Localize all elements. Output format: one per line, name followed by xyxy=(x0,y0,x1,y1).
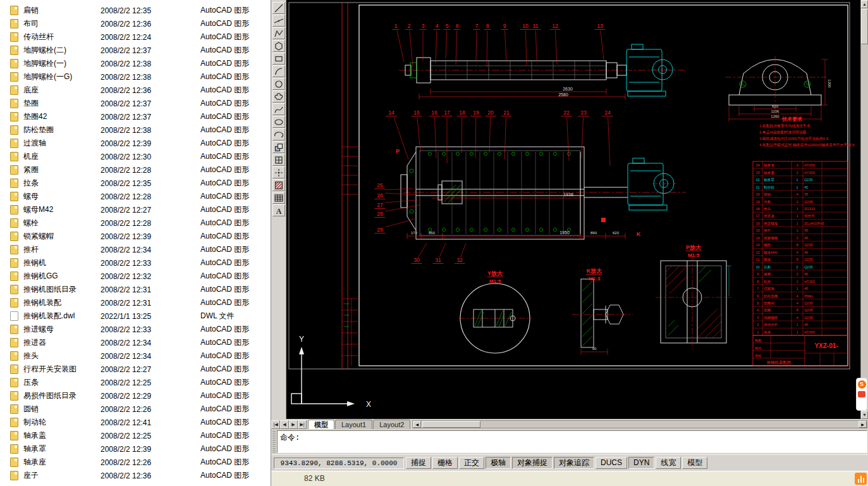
status-toggle-对象捕捉[interactable]: 对象捕捉 xyxy=(512,457,553,469)
tool-point-button[interactable] xyxy=(272,166,285,178)
file-row[interactable]: 垫圈422008/2/2 12:37AutoCAD 图形 xyxy=(0,110,271,123)
file-row[interactable]: 推头2008/2/2 12:34AutoCAD 图形 xyxy=(0,349,271,363)
tool-pline-button[interactable] xyxy=(272,27,285,39)
file-name: 推进器 xyxy=(23,337,101,348)
status-toggle-线宽[interactable]: 线宽 xyxy=(656,457,681,469)
horizontal-scroll-thumb[interactable] xyxy=(422,421,480,428)
tool-polygon-button[interactable] xyxy=(272,40,285,52)
tool-insblock-button[interactable] xyxy=(272,141,285,153)
tool-revcloud-button[interactable] xyxy=(272,90,285,103)
tab-layout1[interactable]: Layout1 xyxy=(335,420,372,429)
vertical-scroll-thumb[interactable] xyxy=(861,9,868,44)
file-row[interactable]: 推进螺母2008/2/2 12:33AutoCAD 图形 xyxy=(0,323,271,336)
file-row[interactable]: 螺母M422008/2/2 12:27AutoCAD 图形 xyxy=(0,203,271,216)
tab-nav-0[interactable]: |◀ xyxy=(271,420,280,429)
tool-hatch-button[interactable] xyxy=(272,179,285,191)
scroll-right-arrow[interactable]: ▶ xyxy=(859,421,867,428)
file-row[interactable]: 地脚螺栓(一)2008/2/2 12:38AutoCAD 图形 xyxy=(0,57,271,70)
file-row[interactable]: 圆销2008/2/2 12:26AutoCAD 图形 xyxy=(0,402,271,416)
status-toggle-对象追踪[interactable]: 对象追踪 xyxy=(554,457,594,469)
file-row[interactable]: 过渡轴2008/2/2 12:39AutoCAD 图形 xyxy=(0,137,271,150)
status-toggle-DUCS[interactable]: DUCS xyxy=(596,457,627,469)
vertical-scrollbar[interactable]: ▲ ▼ xyxy=(860,0,868,419)
tool-ellipsearc-button[interactable] xyxy=(272,128,285,140)
file-row[interactable]: 螺母2008/2/2 12:28AutoCAD 图形 xyxy=(0,190,271,203)
file-row[interactable]: 轴承座2008/2/2 12:26AutoCAD 图形 xyxy=(0,456,271,469)
tab-nav-2[interactable]: ▶ xyxy=(289,420,298,429)
file-row[interactable]: 压条2008/2/2 12:25AutoCAD 图形 xyxy=(0,376,271,389)
svg-text:2: 2 xyxy=(408,23,411,29)
svg-text:审核: 审核 xyxy=(755,354,761,358)
file-row[interactable]: 座子2008/2/2 12:36AutoCAD 图形 xyxy=(0,469,271,482)
file-type: AutoCAD 图形 xyxy=(200,191,271,202)
tool-table-button[interactable] xyxy=(272,192,285,204)
file-date: 2008/2/2 12:25 xyxy=(101,432,200,440)
file-name: 传动丝杆 xyxy=(23,32,101,42)
scroll-left-arrow[interactable]: ◀ xyxy=(413,421,421,428)
file-row[interactable]: 推钢机2008/2/2 12:33AutoCAD 图形 xyxy=(0,256,271,270)
hatch-icon xyxy=(274,180,284,190)
file-row[interactable]: 推钢机图纸目录2008/2/2 12:31AutoCAD 图形 xyxy=(0,283,271,296)
file-row[interactable]: 推钢机装配.dwl2022/1/1 13:25DWL 文件 xyxy=(0,309,271,323)
status-toggle-捕捉[interactable]: 捕捉 xyxy=(406,457,431,469)
ime-tray-icon[interactable] xyxy=(855,473,867,485)
file-row[interactable]: 布司2008/2/2 12:36AutoCAD 图形 xyxy=(0,17,271,30)
file-list: 扁销2008/2/2 12:35AutoCAD 图形布司2008/2/2 12:… xyxy=(0,0,271,482)
tool-mtext-button[interactable]: A xyxy=(272,204,285,216)
file-row[interactable]: 推进器2008/2/2 12:34AutoCAD 图形 xyxy=(0,336,271,349)
file-row[interactable]: 传动丝杆2008/2/2 12:24AutoCAD 图形 xyxy=(0,30,271,44)
status-toggle-栅格[interactable]: 栅格 xyxy=(432,457,458,469)
file-row[interactable]: 轴承罩2008/2/2 12:39AutoCAD 图形 xyxy=(0,442,271,456)
command-input[interactable]: 命令: xyxy=(277,430,867,453)
file-row[interactable]: 推钢机GG2008/2/2 12:32AutoCAD 图形 xyxy=(0,270,271,283)
svg-text:校对: 校对 xyxy=(754,346,761,350)
tool-rect-button[interactable] xyxy=(272,53,285,65)
tool-circle-button[interactable] xyxy=(272,78,285,90)
sogou-s-icon[interactable]: S xyxy=(858,380,866,389)
tab-nav-3[interactable]: ▶| xyxy=(298,420,307,429)
file-row[interactable]: 防松垫圈2008/2/2 12:38AutoCAD 图形 xyxy=(0,123,271,137)
ime-keyboard-icon[interactable] xyxy=(858,391,865,397)
file-row[interactable]: 垫圈2008/2/2 12:37AutoCAD 图形 xyxy=(0,97,271,110)
coordinate-display[interactable]: 9343.8290, 8288.5319, 0.0000 xyxy=(274,458,404,469)
tab-layout2[interactable]: Layout2 xyxy=(373,420,410,429)
drawing-canvas[interactable]: Y X YXZ-01- 推钢机装配图 技术要求 2630258019381728… xyxy=(286,0,860,419)
tool-mkblock-button[interactable] xyxy=(272,154,285,166)
file-row[interactable]: 锁紧螺帽2008/2/2 12:39AutoCAD 图形 xyxy=(0,230,271,243)
svg-text:HT200: HT200 xyxy=(804,163,815,167)
tool-arc-button[interactable] xyxy=(272,65,285,77)
tab-nav-1[interactable]: ◀ xyxy=(280,420,289,429)
file-row[interactable]: 推钢机装配2008/2/2 12:31AutoCAD 图形 xyxy=(0,296,271,309)
file-row[interactable]: 扁销2008/2/2 12:35AutoCAD 图形 xyxy=(0,4,271,17)
file-row[interactable]: 底座2008/2/2 12:36AutoCAD 图形 xyxy=(0,84,271,97)
file-row[interactable]: 拉条2008/2/2 12:35AutoCAD 图形 xyxy=(0,177,271,190)
file-row[interactable]: 推杆2008/2/2 12:34AutoCAD 图形 xyxy=(0,243,271,256)
file-row[interactable]: 紧圈2008/2/2 12:28AutoCAD 图形 xyxy=(0,163,271,177)
file-row[interactable]: 地脚螺栓(二)2008/2/2 12:37AutoCAD 图形 xyxy=(0,44,271,57)
file-row[interactable]: 易损件图纸目录2008/2/2 12:29AutoCAD 图形 xyxy=(0,389,271,402)
status-toggle-正交[interactable]: 正交 xyxy=(459,457,484,469)
file-row[interactable]: 轴承盖2008/2/2 12:25AutoCAD 图形 xyxy=(0,429,271,442)
status-toggle-模型[interactable]: 模型 xyxy=(682,457,707,469)
file-row[interactable]: 行程开关安装图2008/2/2 12:27AutoCAD 图形 xyxy=(0,363,271,376)
file-row[interactable]: 地脚螺栓(一G)2008/2/2 12:38AutoCAD 图形 xyxy=(0,70,271,84)
tool-line-button[interactable] xyxy=(272,2,285,14)
horizontal-scrollbar[interactable]: ◀ ▶ xyxy=(412,420,867,428)
file-row[interactable]: 制动轮2008/2/2 12:41AutoCAD 图形 xyxy=(0,416,271,429)
scroll-down-arrow[interactable]: ▼ xyxy=(861,411,868,419)
scroll-up-arrow[interactable]: ▲ xyxy=(861,0,868,8)
tool-xline-button[interactable] xyxy=(272,15,285,27)
command-window-grip[interactable] xyxy=(272,431,276,452)
ucs-x-label: X xyxy=(366,400,371,409)
tab-模型[interactable]: 模型 xyxy=(308,420,334,429)
status-toggle-极轴[interactable]: 极轴 xyxy=(486,457,511,469)
drawing-area[interactable]: Y X YXZ-01- 推钢机装配图 技术要求 2630258019381728… xyxy=(286,0,860,419)
status-toggle-DYN[interactable]: DYN xyxy=(628,457,654,469)
svg-text:17: 17 xyxy=(755,214,759,218)
file-row[interactable]: 螺栓2008/2/2 12:28AutoCAD 图形 xyxy=(0,216,271,230)
file-row[interactable]: 机座2008/2/2 12:30AutoCAD 图形 xyxy=(0,150,271,163)
tool-spline-button[interactable] xyxy=(272,103,285,115)
file-date: 2008/2/2 12:24 xyxy=(101,33,200,42)
ime-floating-bar[interactable]: S xyxy=(856,378,867,411)
tool-ellipse-button[interactable] xyxy=(272,116,285,128)
